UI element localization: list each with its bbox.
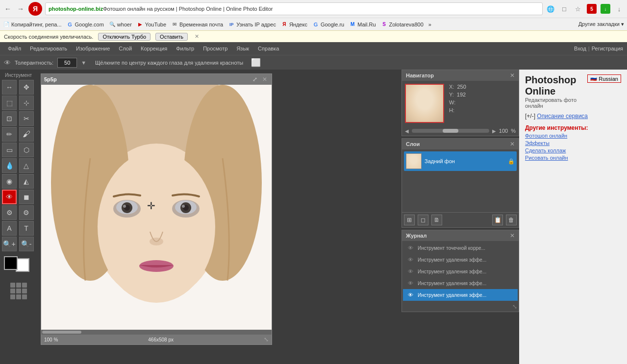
menu-help[interactable]: Справка (254, 44, 283, 53)
tool-move[interactable]: ↔ (2, 80, 17, 95)
forward-button[interactable]: → (16, 4, 25, 14)
canvas-expand-button[interactable]: ⤢ (251, 75, 259, 83)
layer-item[interactable]: Задний фон 🔒 (404, 151, 517, 171)
tool-dodge[interactable]: ◭ (19, 174, 34, 189)
addon-icon2[interactable]: ↓ (601, 4, 610, 14)
tool-gradient[interactable]: △ (19, 158, 34, 173)
more-bookmarks-button[interactable]: Другие закладки ▾ (578, 21, 624, 27)
mailru-favicon: M (349, 21, 356, 28)
menu-image[interactable]: Изображение (72, 44, 114, 53)
tool-zoom-out[interactable]: 🔍- (19, 237, 34, 251)
new-layer-button[interactable]: ◻ (418, 215, 428, 225)
translate-icon[interactable]: 🌐 (546, 4, 555, 14)
tool-brush[interactable]: 🖌 (19, 127, 34, 142)
tool-blur[interactable]: ⚙ (19, 205, 34, 220)
bookmark-googleru[interactable]: G Google.ru (312, 21, 344, 28)
star-icon[interactable]: ☆ (573, 4, 583, 14)
tool-eraser[interactable]: ▭ (2, 143, 17, 157)
tolerance-dropdown-icon[interactable]: ▼ (81, 60, 86, 66)
tool-clone[interactable]: ⬡ (19, 143, 34, 157)
tool-smudge[interactable]: ⚙ (2, 205, 17, 220)
new-group-button[interactable]: ⊞ (404, 215, 415, 225)
bookmark-ip[interactable]: IP Узнать IP адрес (228, 21, 276, 28)
menu-file[interactable]: Файл (4, 44, 25, 53)
download-icon[interactable]: ↓ (614, 4, 624, 14)
canvas-close-button[interactable]: ✕ (261, 75, 269, 83)
copy-layer-button[interactable]: 🗎 (431, 215, 442, 225)
delete-layer-button[interactable]: 🗑 (506, 215, 517, 225)
description-link[interactable]: Описание сервиса (537, 113, 588, 120)
menu-filter[interactable]: Фильтр (172, 44, 198, 53)
link-effects[interactable]: Эффекты (525, 140, 621, 146)
foreground-color[interactable] (4, 256, 18, 270)
turbo-keep-button[interactable]: Оставить (155, 33, 188, 41)
bookmark-google[interactable]: G Google.com (67, 21, 104, 28)
scrollbar-thumb[interactable] (42, 331, 81, 334)
tool-text[interactable]: A (2, 221, 17, 236)
zoom-slider[interactable] (412, 129, 489, 133)
journal-item-0[interactable]: 👁 Инструмент точечной корре... (403, 242, 518, 254)
tool-pencil[interactable]: ✏ (2, 127, 17, 142)
menu-view[interactable]: Просмотр (199, 44, 231, 53)
bookmark-yandex[interactable]: Я Яндекс (281, 21, 307, 28)
language-selector[interactable]: 🇷🇺 Russian (587, 74, 621, 83)
bookmark-copywriting[interactable]: 📄 Копирайтинг, репа... (3, 21, 62, 28)
notification-close-icon[interactable]: ✕ (195, 33, 199, 40)
svg-point-14 (113, 200, 141, 218)
tool-shape[interactable]: T (19, 221, 34, 236)
bookmark-tempmail-label: Временная почта (179, 22, 223, 27)
menu-language[interactable]: Язык (232, 44, 253, 53)
tool-magic-wand[interactable]: ⊡ (2, 111, 17, 126)
bookmark-mailru[interactable]: M Mail.Ru (349, 21, 376, 28)
tool-dropper[interactable]: 💧 (2, 158, 17, 173)
tool-zoom-in[interactable]: 🔍+ (2, 237, 17, 251)
journal-item-1[interactable]: 👁 Инструмент удаления эффе... (403, 254, 518, 266)
menu-edit[interactable]: Редактировать (26, 44, 71, 53)
menu-layer[interactable]: Слой (115, 44, 136, 53)
color-picker (4, 256, 33, 279)
bookmark-more-icon[interactable]: » (428, 22, 431, 27)
link-photoshop-online[interactable]: Фотошоп онлайн (525, 133, 621, 139)
addon-icon1[interactable]: 5 (587, 4, 597, 14)
bookmark-mailru-label: Mail.Ru (357, 22, 376, 27)
fullscreen-icon[interactable]: ⬜ (251, 58, 261, 67)
login-link[interactable]: Вход (574, 46, 586, 51)
canvas-resize-icon[interactable]: ⤡ (264, 336, 269, 343)
back-button[interactable]: ← (3, 4, 13, 14)
screenshot-icon[interactable]: □ (559, 4, 569, 14)
journal-item-2[interactable]: 👁 Инструмент удаления эффе... (403, 266, 518, 277)
tool-redeye[interactable]: 👁 (2, 190, 17, 204)
register-link[interactable]: Регистрация (592, 46, 623, 51)
tool-rect-select[interactable]: ⬚ (2, 96, 17, 110)
link-collage[interactable]: Сделать коллаж (525, 147, 621, 153)
dot (16, 294, 21, 299)
info-title-block: Photoshop Online Редактировать фото онла… (525, 74, 587, 109)
merge-layer-button[interactable]: 📋 (492, 215, 503, 225)
bookmark-youtube[interactable]: ▶ YouTube (137, 21, 166, 28)
tool-crop[interactable]: ✂ (19, 111, 34, 126)
horizontal-scrollbar[interactable] (41, 330, 272, 335)
tool-healing[interactable]: ◉ (2, 174, 17, 189)
canvas-image-area[interactable]: ✛ (41, 85, 272, 330)
navigator-close-button[interactable]: ✕ (510, 72, 515, 79)
bookmark-whoer[interactable]: 🔍 whoer (109, 21, 132, 28)
address-bar[interactable]: photoshop-online.biz Фотошоп онлайн на р… (45, 2, 543, 15)
background-color[interactable] (16, 258, 29, 272)
tool-crosshair[interactable]: ✥ (19, 80, 34, 95)
link-draw-online[interactable]: Рисовать онлайн (525, 155, 621, 161)
bookmark-zolotareva[interactable]: S Zolotareva800 (381, 21, 424, 28)
menu-correction[interactable]: Коррекция (137, 44, 171, 53)
zoom-out-small-icon[interactable]: ▶ (492, 128, 496, 134)
journal-icon-2: 👁 (406, 267, 415, 276)
toolbar-hint: Щёлкните по центру каждого глаза для уда… (95, 60, 243, 66)
tool-lasso[interactable]: ⊹ (19, 96, 34, 110)
bookmark-tempmail[interactable]: ✉ Временная почта (171, 21, 223, 28)
journal-item-4[interactable]: 👁 Инструмент удаления эффе... (403, 289, 518, 301)
zoom-in-small-icon[interactable]: ◀ (405, 128, 409, 134)
tolerance-input[interactable] (57, 58, 77, 68)
tool-sponge[interactable]: ◼ (19, 190, 34, 204)
turbo-off-button[interactable]: Отключить Турбо (98, 33, 150, 41)
journal-close-button[interactable]: ✕ (510, 232, 515, 239)
journal-item-3[interactable]: 👁 Инструмент удаления эффе... (403, 277, 518, 289)
layers-close-button[interactable]: ✕ (510, 141, 515, 147)
